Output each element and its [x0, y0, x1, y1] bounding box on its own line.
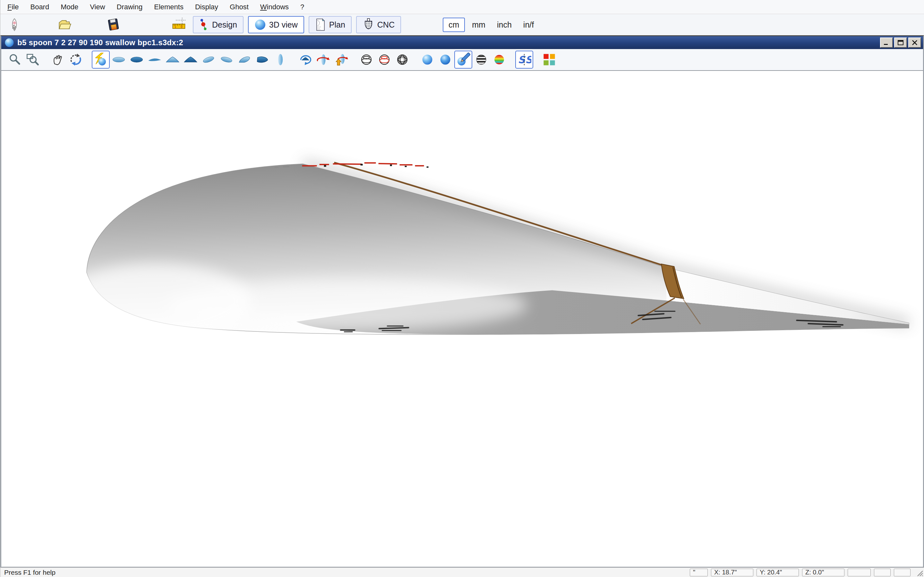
plan-mode-label: Plan [329, 20, 345, 29]
sphere-striped-icon[interactable] [472, 51, 490, 69]
auto-rotate-icon[interactable] [296, 51, 314, 69]
view-tilt-right-icon[interactable] [218, 51, 236, 69]
view-top-light-icon[interactable] [110, 51, 128, 69]
document-titlebar[interactable]: b5 spoon 7 2 27 90 190 swallow bpc1.s3dx… [1, 36, 923, 49]
maximize-icon[interactable] [894, 37, 907, 48]
minimize-icon[interactable] [880, 37, 893, 48]
menu-file[interactable]: File [7, 3, 19, 11]
save-icon[interactable] [104, 16, 122, 34]
view-tilt-left-icon[interactable] [200, 51, 218, 69]
menu-windows[interactable]: Windows [260, 3, 289, 11]
status-empty-panel [848, 569, 871, 576]
status-x-coordinate: X: 18.7" [711, 569, 753, 576]
view-toolbar: SS [1, 49, 923, 71]
status-bar: Press F1 for help " X: 18.7" Y: 20.4" Z:… [0, 567, 924, 577]
3d-view-mode-label: 3D view [269, 20, 298, 29]
status-y-coordinate: Y: 20.4" [756, 569, 799, 576]
symmetry-icon[interactable]: SS [515, 51, 533, 69]
document-window: b5 spoon 7 2 27 90 190 swallow bpc1.s3dx… [0, 35, 924, 567]
units-selector: cm mm inch in/f [443, 18, 538, 32]
spin-horizontal-icon[interactable] [314, 51, 333, 69]
spin-vertical-lift-icon[interactable] [333, 51, 351, 69]
measurements-icon[interactable]: 10 [170, 16, 188, 34]
document-title: b5 spoon 7 2 27 90 190 swallow bpc1.s3dx… [17, 38, 880, 47]
unit-cm[interactable]: cm [443, 18, 465, 32]
resize-grip-icon[interactable] [915, 568, 923, 577]
sphere-wireframe-icon[interactable] [357, 51, 375, 69]
view-front-dark-icon[interactable] [182, 51, 200, 69]
sphere-solid-dark-icon[interactable] [436, 51, 454, 69]
status-help-text: Press F1 for help [0, 569, 690, 576]
view-perspective-light-icon[interactable] [236, 51, 254, 69]
menu-display[interactable]: Display [195, 3, 218, 11]
board-3d-render [1, 71, 923, 567]
menu-elements[interactable]: Elements [154, 3, 184, 11]
open-folder-icon[interactable] [55, 16, 73, 34]
design-mode-label: Design [212, 20, 237, 29]
rotate-3d-icon[interactable] [67, 51, 85, 69]
view-rocker-icon[interactable] [145, 51, 164, 69]
unit-inch[interactable]: inch [493, 18, 516, 31]
3d-view-mode-button[interactable]: 3D view [248, 16, 304, 33]
main-toolbar: 10 Design 3D view Plan CNC cm mm inch in… [0, 14, 924, 35]
zoom-icon[interactable] [6, 51, 24, 69]
menu-bar: File Board Mode View Drawing Elements Di… [0, 0, 924, 14]
sphere-paint-icon[interactable] [454, 51, 472, 69]
view-top-dark-icon[interactable] [128, 51, 145, 69]
color-palette-icon[interactable] [540, 51, 558, 69]
menu-board[interactable]: Board [30, 3, 49, 11]
sphere-wireframe-red-icon[interactable] [375, 51, 393, 69]
status-empty-panel [874, 569, 891, 576]
sphere-solid-light-icon[interactable] [418, 51, 436, 69]
menu-view[interactable]: View [90, 3, 105, 11]
menu-ghost[interactable]: Ghost [230, 3, 249, 11]
window-controls [880, 37, 921, 48]
menu-help[interactable]: ? [300, 3, 304, 11]
status-unit-indicator: " [690, 569, 708, 576]
design-mode-button[interactable]: Design [193, 16, 244, 33]
cnc-mode-button[interactable]: CNC [356, 16, 401, 33]
view-front-light-icon[interactable] [164, 51, 182, 69]
menu-drawing[interactable]: Drawing [117, 3, 143, 11]
svg-text:0: 0 [181, 25, 183, 29]
lighting-icon[interactable] [92, 51, 110, 69]
plan-mode-button[interactable]: Plan [309, 16, 352, 33]
svg-text:1: 1 [174, 25, 176, 29]
status-empty-panel [894, 569, 911, 576]
close-icon[interactable] [908, 37, 921, 48]
view-end-icon[interactable] [271, 51, 289, 69]
svg-text:S: S [525, 54, 531, 65]
board-sphere-icon [4, 37, 15, 48]
viewport-3d[interactable] [1, 71, 923, 567]
view-perspective-dark-icon[interactable] [254, 51, 271, 69]
sphere-mesh-icon[interactable] [393, 51, 411, 69]
sphere-rainbow-icon[interactable] [490, 51, 508, 69]
pan-icon[interactable] [49, 51, 67, 69]
cnc-mode-label: CNC [377, 20, 395, 29]
unit-inf[interactable]: in/f [519, 18, 538, 31]
application-window: File Board Mode View Drawing Elements Di… [0, 0, 924, 577]
new-board-icon[interactable] [5, 16, 23, 34]
status-panels: " X: 18.7" Y: 20.4" Z: 0.0" [690, 569, 911, 576]
menu-mode[interactable]: Mode [61, 3, 78, 11]
zoom-window-icon[interactable] [24, 51, 42, 69]
status-z-coordinate: Z: 0.0" [802, 569, 845, 576]
unit-mm[interactable]: mm [467, 18, 490, 31]
